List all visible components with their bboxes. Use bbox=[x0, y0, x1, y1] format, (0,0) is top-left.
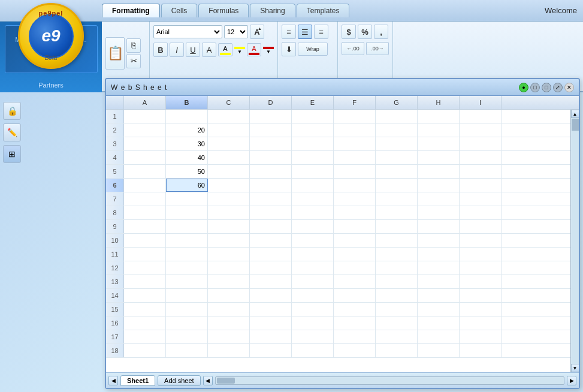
cell-A2[interactable] bbox=[124, 123, 166, 137]
cell-A4[interactable] bbox=[124, 151, 166, 164]
vertical-scrollbar[interactable]: ▲ ▼ bbox=[570, 110, 579, 372]
cell-H12[interactable] bbox=[418, 261, 460, 275]
cell-G5[interactable] bbox=[376, 165, 418, 178]
cell-B16[interactable] bbox=[166, 316, 208, 330]
cell-G15[interactable] bbox=[376, 303, 418, 316]
edit-icon[interactable]: ✏️ bbox=[3, 123, 21, 141]
font-size-select[interactable]: 12 bbox=[224, 25, 248, 38]
cell-H6[interactable] bbox=[418, 179, 460, 192]
cell-E11[interactable] bbox=[292, 248, 334, 261]
cell-A3[interactable] bbox=[124, 137, 166, 150]
cell-A9[interactable] bbox=[124, 220, 166, 233]
cell-D7[interactable] bbox=[250, 192, 292, 206]
col-header-C[interactable]: C bbox=[208, 96, 250, 109]
cell-I13[interactable] bbox=[460, 275, 502, 288]
cell-I4[interactable] bbox=[460, 151, 502, 164]
cell-H7[interactable] bbox=[418, 192, 460, 206]
cell-A7[interactable] bbox=[124, 192, 166, 206]
align-bottom-button[interactable]: ⬇ bbox=[282, 42, 296, 56]
cell-A17[interactable] bbox=[124, 330, 166, 343]
scroll-thumb[interactable] bbox=[572, 119, 579, 131]
restore-button[interactable]: □ bbox=[530, 83, 540, 92]
cell-I9[interactable] bbox=[460, 220, 502, 233]
cell-G13[interactable] bbox=[376, 275, 418, 288]
cell-I18[interactable] bbox=[460, 344, 502, 357]
cell-H4[interactable] bbox=[418, 151, 460, 164]
cell-E14[interactable] bbox=[292, 289, 334, 302]
cell-E13[interactable] bbox=[292, 275, 334, 288]
horizontal-scroll-thumb[interactable] bbox=[217, 378, 235, 384]
cell-I10[interactable] bbox=[460, 234, 502, 247]
cell-C16[interactable] bbox=[208, 316, 250, 330]
cell-F4[interactable] bbox=[334, 151, 376, 164]
font-color-dropdown[interactable]: ▼ bbox=[263, 46, 274, 55]
cell-F14[interactable] bbox=[334, 289, 376, 302]
cell-G4[interactable] bbox=[376, 151, 418, 164]
italic-button[interactable]: I bbox=[170, 43, 184, 57]
cell-D12[interactable] bbox=[250, 261, 292, 275]
cell-A1[interactable] bbox=[124, 110, 166, 123]
cell-C5[interactable] bbox=[208, 165, 250, 178]
cell-E12[interactable] bbox=[292, 261, 334, 275]
cell-C3[interactable] bbox=[208, 137, 250, 150]
cell-G6[interactable] bbox=[376, 179, 418, 192]
cell-E16[interactable] bbox=[292, 316, 334, 330]
wrap-text-button[interactable]: Wrap bbox=[298, 43, 328, 56]
comma-button[interactable]: , bbox=[374, 25, 388, 39]
cell-A16[interactable] bbox=[124, 316, 166, 330]
cell-B14[interactable] bbox=[166, 289, 208, 302]
cell-I2[interactable] bbox=[460, 123, 502, 137]
cell-F6[interactable] bbox=[334, 179, 376, 192]
cell-H1[interactable] bbox=[418, 110, 460, 123]
cell-G10[interactable] bbox=[376, 234, 418, 247]
fill-color-button[interactable]: A bbox=[218, 43, 232, 56]
cell-D16[interactable] bbox=[250, 316, 292, 330]
col-header-F[interactable]: F bbox=[334, 96, 376, 109]
cell-F16[interactable] bbox=[334, 316, 376, 330]
cell-E1[interactable] bbox=[292, 110, 334, 123]
horizontal-scroll-track[interactable] bbox=[215, 376, 564, 385]
cell-B2[interactable]: 20 bbox=[166, 123, 208, 137]
cell-G7[interactable] bbox=[376, 192, 418, 206]
cell-B12[interactable] bbox=[166, 261, 208, 275]
cell-H16[interactable] bbox=[418, 316, 460, 330]
cell-I16[interactable] bbox=[460, 316, 502, 330]
cell-I14[interactable] bbox=[460, 289, 502, 302]
cell-H18[interactable] bbox=[418, 344, 460, 357]
tab-cells[interactable]: Cells bbox=[161, 4, 198, 17]
cell-A14[interactable] bbox=[124, 289, 166, 302]
cell-I5[interactable] bbox=[460, 165, 502, 178]
add-sheet-button[interactable]: Add sheet bbox=[158, 375, 201, 386]
cell-H8[interactable] bbox=[418, 206, 460, 219]
cell-C12[interactable] bbox=[208, 261, 250, 275]
cell-H2[interactable] bbox=[418, 123, 460, 137]
cell-F13[interactable] bbox=[334, 275, 376, 288]
cell-C10[interactable] bbox=[208, 234, 250, 247]
close-button[interactable]: ✕ bbox=[564, 83, 574, 92]
cell-I15[interactable] bbox=[460, 303, 502, 316]
cell-B1[interactable] bbox=[166, 110, 208, 123]
cell-B17[interactable] bbox=[166, 330, 208, 343]
cell-E9[interactable] bbox=[292, 220, 334, 233]
tab-templates[interactable]: Templates bbox=[297, 4, 350, 17]
cell-G11[interactable] bbox=[376, 248, 418, 261]
bold-button[interactable]: B bbox=[153, 43, 168, 57]
cell-I17[interactable] bbox=[460, 330, 502, 343]
cell-G18[interactable] bbox=[376, 344, 418, 357]
cell-H3[interactable] bbox=[418, 137, 460, 150]
cell-C9[interactable] bbox=[208, 220, 250, 233]
cell-F11[interactable] bbox=[334, 248, 376, 261]
cell-D10[interactable] bbox=[250, 234, 292, 247]
cell-E2[interactable] bbox=[292, 123, 334, 137]
cell-H9[interactable] bbox=[418, 220, 460, 233]
scroll-left-button[interactable]: ◀ bbox=[108, 376, 118, 385]
copy-button[interactable]: ⎘ bbox=[126, 38, 141, 53]
cell-E7[interactable] bbox=[292, 192, 334, 206]
cell-F2[interactable] bbox=[334, 123, 376, 137]
cell-C6[interactable] bbox=[208, 179, 250, 192]
cell-B13[interactable] bbox=[166, 275, 208, 288]
cell-A12[interactable] bbox=[124, 261, 166, 275]
cell-F8[interactable] bbox=[334, 206, 376, 219]
minimize-button[interactable]: □ bbox=[542, 83, 551, 92]
cell-B8[interactable] bbox=[166, 206, 208, 219]
